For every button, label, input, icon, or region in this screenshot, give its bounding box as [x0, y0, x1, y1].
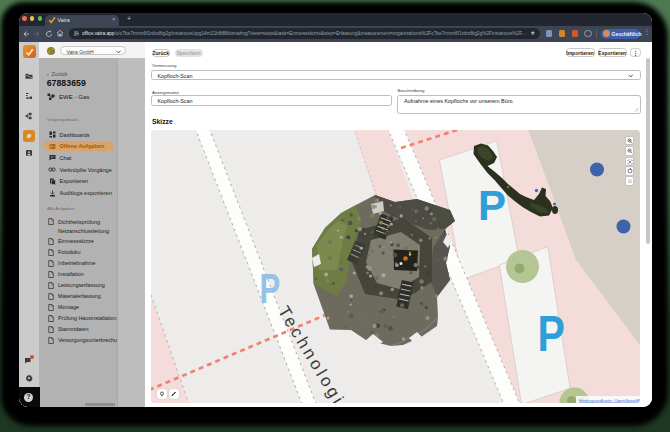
svg-text:Hintergrundkarte: OpenStreetMa: Hintergrundkarte: OpenStreetMap	[579, 397, 640, 402]
svg-text:P: P	[259, 265, 280, 312]
svg-text:P: P	[537, 306, 564, 362]
svg-text:P: P	[478, 182, 506, 229]
